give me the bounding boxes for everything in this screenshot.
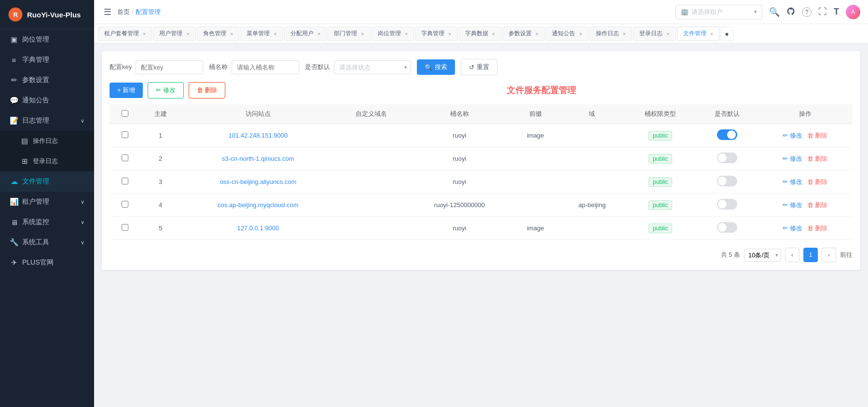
reset-button[interactable]: ↺ 重置	[461, 59, 497, 75]
row-delete-link[interactable]: 🗑 删除	[807, 131, 828, 140]
cell-access-site: cos.ap-beijing.myqcloud.com	[180, 194, 335, 217]
top-header: ☰ 首页 / 配置管理 🏢 请选择租户 ▾ 🔍 ? ⛶ T A	[94, 0, 868, 24]
default-toggle[interactable]	[717, 199, 737, 210]
row-edit-link[interactable]: ✏ 修改	[783, 154, 802, 163]
menu-toggle-button[interactable]: ☰	[102, 5, 113, 19]
bucket-name-field: 桶名称	[209, 60, 299, 74]
font-size-icon[interactable]: T	[834, 7, 839, 17]
sidebar-item-log-mgmt[interactable]: 📝 日志管理 ∨	[0, 111, 94, 131]
row-delete-link[interactable]: 🗑 删除	[807, 154, 828, 163]
page-jump: 前往	[840, 251, 853, 259]
sidebar-item-op-log[interactable]: ▤ 操作日志	[0, 131, 94, 151]
sidebar-item-post-mgmt[interactable]: ▣ 岗位管理	[0, 29, 94, 50]
row-checkbox[interactable]	[122, 154, 128, 161]
sidebar-item-label: 系统工具	[22, 238, 49, 247]
tab-user-mgmt-close[interactable]: ×	[186, 31, 189, 37]
tab-tenant-pkg-close[interactable]: ×	[143, 31, 146, 37]
col-id: 主建	[140, 104, 181, 124]
tab-menu-mgmt-close[interactable]: ×	[274, 31, 276, 37]
tab-file-mgmt-close[interactable]: ×	[710, 31, 713, 37]
tab-notice-pub-close[interactable]: ×	[579, 31, 582, 37]
row-checkbox[interactable]	[122, 131, 128, 138]
tab-dept-mgmt[interactable]: 部门管理 ×	[328, 27, 370, 41]
tab-file-mgmt[interactable]: 文件管理 ×	[677, 27, 719, 41]
sidebar-item-label: 参数设置	[22, 76, 49, 84]
config-key-input[interactable]	[136, 60, 203, 74]
tab-op-log-close[interactable]: ×	[623, 31, 626, 37]
row-edit-link[interactable]: ✏ 修改	[783, 201, 802, 210]
tab-post-mgmt[interactable]: 岗位管理 ×	[372, 27, 414, 41]
tab-post-mgmt-close[interactable]: ×	[405, 31, 408, 37]
default-toggle[interactable]	[717, 153, 737, 163]
tab-dict-mgmt-close[interactable]: ×	[448, 31, 451, 37]
sidebar-item-sys-monitor[interactable]: 🖥 系统监控 ∨	[0, 212, 94, 232]
tab-role-mgmt-close[interactable]: ×	[230, 31, 233, 37]
search-button-label: 搜索	[435, 63, 447, 71]
tab-notice-pub[interactable]: 通知公告 ×	[546, 27, 588, 41]
tab-login-log-close[interactable]: ×	[666, 31, 669, 37]
tab-dept-mgmt-close[interactable]: ×	[361, 31, 364, 37]
default-toggle[interactable]	[717, 176, 737, 186]
default-toggle[interactable]	[717, 222, 737, 233]
search-icon[interactable]: 🔍	[769, 7, 780, 17]
user-avatar[interactable]: A	[846, 5, 860, 19]
next-page-button[interactable]: ›	[822, 248, 836, 262]
tab-login-log[interactable]: 登录日志 ×	[633, 27, 675, 41]
tab-dict-data[interactable]: 字典数据 ×	[459, 27, 501, 41]
delete-button[interactable]: 🗑 删除	[189, 82, 226, 98]
row-checkbox[interactable]	[122, 201, 128, 208]
tenant-arrow: ∨	[81, 199, 84, 205]
breadcrumb: 首页 / 配置管理	[117, 8, 672, 16]
breadcrumb-home[interactable]: 首页	[117, 8, 130, 16]
tab-more-button[interactable]: ●	[720, 27, 733, 41]
cell-domain	[560, 170, 625, 194]
is-default-select[interactable]: 请选择状态 是 否	[334, 60, 411, 74]
fullscreen-icon[interactable]: ⛶	[818, 7, 827, 17]
sidebar-item-tenant-mgmt[interactable]: 📊 租户管理 ∨	[0, 192, 94, 212]
row-delete-link[interactable]: 🗑 删除	[807, 201, 828, 210]
sidebar-item-file-mgmt[interactable]: ☁ 文件管理	[0, 171, 94, 192]
tab-dict-data-close[interactable]: ×	[492, 31, 495, 37]
row-delete-link[interactable]: 🗑 删除	[807, 224, 828, 233]
sidebar-item-sys-tools[interactable]: 🔧 系统工具 ∨	[0, 232, 94, 253]
tab-dept-mgmt-label: 部门管理	[334, 29, 357, 38]
tab-param-settings[interactable]: 参数设置 ×	[502, 27, 545, 41]
tab-param-settings-close[interactable]: ×	[536, 31, 538, 37]
github-icon[interactable]	[786, 7, 795, 17]
row-delete-link[interactable]: 🗑 删除	[807, 178, 828, 186]
row-edit-link[interactable]: ✏ 修改	[783, 131, 802, 140]
sidebar-item-param-settings[interactable]: ✏ 参数设置	[0, 70, 94, 90]
default-toggle[interactable]	[717, 129, 737, 140]
tenant-select[interactable]: 🏢 请选择租户 ▾	[675, 5, 762, 19]
row-edit-link[interactable]: ✏ 修改	[783, 178, 802, 186]
sidebar-item-notice[interactable]: 💬 通知公告	[0, 90, 94, 111]
tab-op-log[interactable]: 操作日志 ×	[590, 27, 632, 41]
sidebar-item-plus-site[interactable]: ✈ PLUS官网	[0, 253, 94, 273]
add-button-label: + 新增	[117, 86, 135, 95]
sidebar-item-login-log[interactable]: ⊞ 登录日志	[0, 151, 94, 171]
sidebar-logo[interactable]: R RuoYi-Vue-Plus	[0, 0, 94, 29]
tab-tenant-pkg[interactable]: 租户套餐管理 ×	[98, 27, 152, 41]
tab-assign-user-close[interactable]: ×	[317, 31, 320, 37]
reset-button-label: 重置	[477, 63, 489, 71]
tab-assign-user[interactable]: 分配用户 ×	[284, 27, 327, 41]
tab-menu-mgmt[interactable]: 菜单管理 ×	[240, 27, 283, 41]
tab-dict-mgmt[interactable]: 字典管理 ×	[415, 27, 457, 41]
cell-domain	[560, 217, 625, 240]
row-checkbox[interactable]	[122, 224, 128, 231]
cell-access-site: oss-cn-beijing.aliyuncs.com	[180, 170, 335, 194]
sidebar-item-dict-mgmt[interactable]: ≡ 字典管理	[0, 50, 94, 70]
row-edit-link[interactable]: ✏ 修改	[783, 224, 802, 233]
page-size-select[interactable]: 10条/页 20条/页 50条/页	[744, 249, 781, 262]
tab-role-mgmt[interactable]: 角色管理 ×	[197, 27, 239, 41]
edit-button[interactable]: ✏ 修改	[148, 82, 184, 98]
help-icon[interactable]: ?	[802, 7, 812, 17]
prev-page-button[interactable]: ‹	[785, 248, 799, 262]
row-checkbox[interactable]	[122, 178, 128, 184]
bucket-name-input[interactable]	[232, 60, 299, 74]
tab-user-mgmt[interactable]: 用户管理 ×	[153, 27, 195, 41]
search-button[interactable]: 🔍 搜索	[417, 59, 455, 75]
select-all-checkbox[interactable]	[122, 110, 128, 117]
add-button[interactable]: + 新增	[110, 83, 143, 98]
page-1-button[interactable]: 1	[803, 248, 818, 262]
